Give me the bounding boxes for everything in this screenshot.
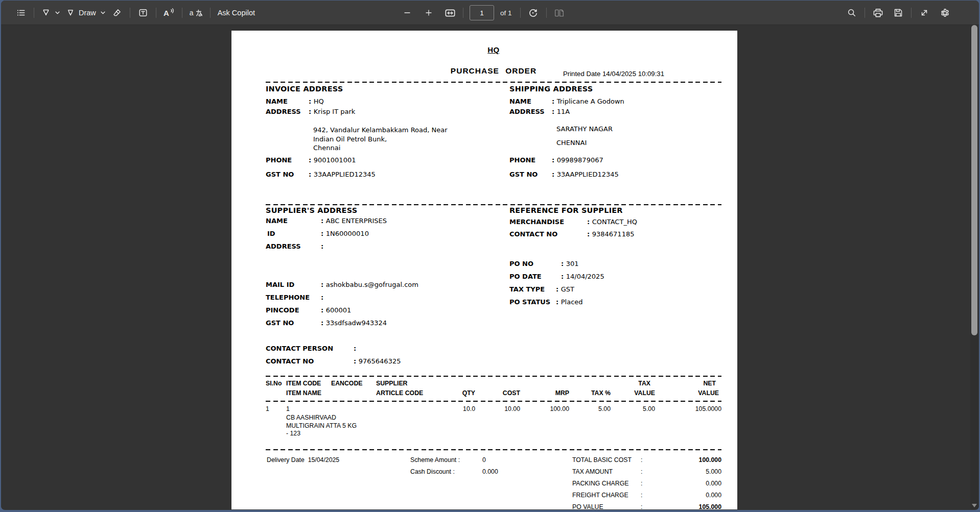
delivery-date: Delivery Date 15/04/2025 — [267, 456, 339, 464]
pdf-page: HQ PURCHASE ORDER Printed Date 14/04/202… — [231, 31, 737, 509]
table-of-contents-button[interactable] — [12, 4, 30, 21]
divider-dashed — [266, 401, 721, 402]
items-header-row-2: ITEM NAME ARTICLE CODE QTY COST MRP TAX … — [266, 388, 721, 398]
supplier-id-row: ID1N60000010 — [267, 229, 369, 238]
po-date-row: PO DATE14/04/2025 — [509, 272, 604, 281]
vertical-scrollbar[interactable] — [970, 25, 978, 509]
print-icon — [873, 8, 883, 18]
table-of-contents-icon — [16, 8, 26, 17]
page-count-label: of 1 — [500, 9, 512, 17]
invoice-phone-row: PHONE9001001001 — [266, 156, 356, 165]
scheme-amount-value: 0 — [482, 456, 486, 464]
reference-merchandise-row: MERCHANDISECONTACT_HQ — [509, 217, 637, 227]
zoom-in-button[interactable] — [420, 4, 437, 21]
toolbar-left-group: Draw A a — [12, 1, 258, 25]
rotate-button[interactable] — [525, 4, 542, 21]
settings-button[interactable] — [936, 4, 953, 21]
items-header-divider — [266, 398, 721, 405]
invoice-name-row: NAMEHQ — [266, 97, 324, 106]
tax-type-row: TAX TYPEGST — [509, 285, 574, 294]
toolbar-center-group: of 1 — [399, 1, 568, 25]
invoice-address-lines: 942, Vandalur Kelambakkam Road, Near Ind… — [313, 126, 487, 153]
shipping-gst-row: GST NO33AAPPLIED12345 — [509, 170, 619, 179]
two-page-view-icon — [554, 9, 564, 17]
settings-gear-icon — [940, 8, 950, 18]
invoice-address-heading: INVOICE ADDRESS — [266, 85, 343, 93]
freight-charge-row: FREIGHT CHARGE 0.000 — [572, 491, 721, 499]
toolbar-separator — [546, 8, 547, 18]
highlighter-icon — [41, 8, 51, 17]
read-aloud-button[interactable]: A — [160, 4, 178, 21]
fit-to-width-button[interactable] — [441, 4, 459, 21]
item-tax-pct: 5.00 — [569, 405, 611, 438]
toolbar-separator — [911, 8, 912, 18]
toolbar-right-group — [843, 1, 953, 25]
pdf-toolbar: Draw A a — [1, 1, 979, 25]
item-name: CB AASHIRVAAD MULTIGRAIN ATTA 5 KG - 123 — [286, 414, 388, 438]
po-no-row: PO NO301 — [509, 259, 579, 269]
item-code: 1 — [286, 405, 442, 413]
fullscreen-button[interactable] — [916, 4, 933, 21]
supplier-telephone-row: TELEPHONE — [266, 293, 323, 302]
read-aloud-icon — [171, 7, 175, 14]
item-qty: 10.0 — [442, 405, 475, 438]
translate-icon — [195, 9, 203, 17]
draw-label: Draw — [79, 9, 96, 17]
items-header-row-1: SI.No ITEM CODE EANCODE SUPPLIER TAX NET — [266, 379, 721, 388]
toolbar-separator — [182, 8, 182, 18]
translate-button[interactable]: a — [186, 4, 206, 21]
browser-window: Draw A a — [1, 1, 979, 510]
page-number-input[interactable] — [470, 5, 494, 20]
pen-icon — [66, 8, 75, 17]
ask-copilot-label: Ask Copilot — [218, 9, 255, 17]
add-text-button[interactable] — [134, 4, 152, 21]
save-button[interactable] — [890, 4, 907, 21]
search-button[interactable] — [843, 4, 860, 21]
po-status-row: PO STATUSPlaced — [509, 298, 583, 307]
scrollbar-thumb[interactable] — [971, 25, 977, 335]
chevron-down-icon — [55, 11, 60, 14]
pdf-viewport: HQ PURCHASE ORDER Printed Date 14/04/202… — [1, 25, 979, 509]
packing-charge-row: PACKING CHARGE 0.000 — [572, 479, 721, 487]
highlight-button[interactable] — [38, 4, 63, 21]
save-icon — [894, 8, 903, 17]
zoom-in-icon — [425, 9, 433, 17]
scroll-down-arrow-icon[interactable] — [972, 504, 977, 507]
toolbar-separator — [210, 8, 211, 18]
reference-heading: REFERENCE FOR SUPPLIER — [509, 206, 623, 214]
scheme-amount-label: Scheme Amount : — [410, 456, 460, 464]
toolbar-separator — [130, 8, 130, 18]
zoom-out-button[interactable] — [399, 4, 416, 21]
two-page-view-button[interactable] — [551, 4, 568, 21]
ask-copilot-button[interactable]: Ask Copilot — [215, 4, 258, 21]
print-button[interactable] — [869, 4, 886, 21]
contact-person-row: CONTACT PERSON — [266, 344, 356, 353]
invoice-gst-row: GST NO33AAPPLIED12345 — [266, 170, 376, 179]
toolbar-separator — [865, 8, 865, 18]
company-name: HQ — [266, 45, 721, 54]
divider-dashed — [266, 82, 721, 83]
supplier-address-heading: SUPPLIER'S ADDRESS — [266, 206, 357, 214]
invoice-address-row: ADDRESSKrisp IT park — [266, 107, 355, 116]
search-icon — [847, 8, 856, 17]
divider-dashed — [266, 449, 721, 450]
cash-discount-value: 0.000 — [482, 468, 498, 476]
supplier-name-row: NAMEABC ENTERPRISES — [266, 216, 387, 226]
eraser-icon — [112, 8, 122, 17]
item-row: 1 1 CB AASHIRVAAD MULTIGRAIN ATTA 5 KG -… — [266, 405, 721, 438]
fit-to-width-icon — [445, 9, 455, 17]
shipping-address-lines: SARATHY NAGAR CHENNAI — [556, 126, 613, 147]
toolbar-separator — [463, 8, 463, 18]
po-value-row: PO VALUE 105.000 — [572, 503, 721, 509]
supplier-gst-row: GST NO33sdfsadw943324 — [266, 319, 387, 328]
tax-amount-row: TAX AMOUNT 5.000 — [572, 468, 721, 476]
toolbar-separator — [520, 8, 521, 18]
fullscreen-icon — [920, 8, 929, 17]
zoom-out-icon — [403, 9, 411, 17]
draw-button[interactable]: Draw — [63, 4, 108, 21]
erase-button[interactable] — [108, 4, 126, 21]
printed-date: Printed Date 14/04/2025 10:09:31 — [563, 70, 664, 78]
cash-discount-label: Cash Discount : — [410, 468, 455, 476]
item-cost: 10.00 — [475, 405, 520, 438]
supplier-pincode-row: PINCODE600001 — [266, 306, 351, 315]
